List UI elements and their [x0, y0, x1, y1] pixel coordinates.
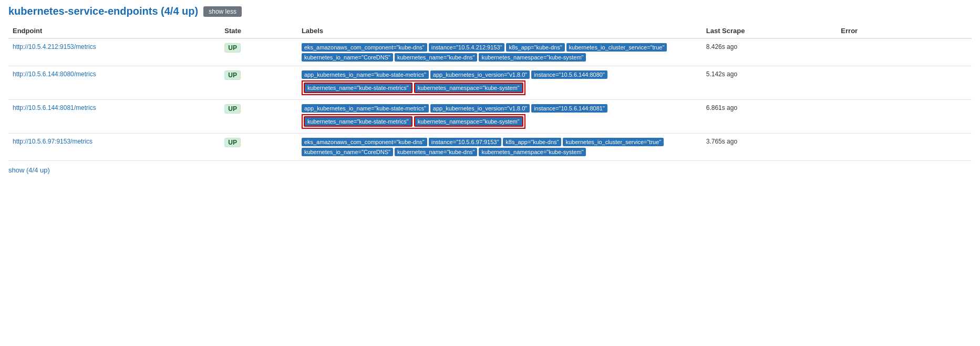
table-row: http://10.5.4.212:9153/metricsUPeks_amaz… [8, 38, 972, 66]
endpoint-link[interactable]: http://10.5.6.97:9153/metrics [13, 138, 92, 145]
endpoint-cell: http://10.5.6.144:8081/metrics [8, 100, 220, 134]
last-scrape-cell: 5.142s ago [702, 66, 837, 100]
col-last-scrape: Last Scrape [702, 24, 837, 38]
label-tag: eks_amazonaws_com_component="kube-dns" [302, 138, 427, 146]
label-tag-highlighted: kubernetes_namespace="kube-system" [414, 83, 523, 93]
error-cell [837, 66, 972, 100]
label-tag: app_kubernetes_io_version="v1.8.0" [430, 104, 530, 113]
labels-cell: eks_amazonaws_com_component="kube-dns"in… [297, 38, 702, 66]
state-badge: UP [224, 43, 241, 53]
table-row: http://10.5.6.144:8080/metricsUPapp_kube… [8, 66, 972, 100]
col-state: State [220, 24, 297, 38]
error-cell [837, 38, 972, 66]
label-tag-highlighted: kubernetes_name="kube-state-metrics" [304, 116, 412, 127]
page-header: kubernetes-service-endpoints (4/4 up) sh… [8, 5, 972, 17]
label-tag: app_kubernetes_io_name="kube-state-metri… [302, 70, 429, 79]
last-scrape-cell: 3.765s ago [702, 134, 837, 161]
highlighted-labels-box: kubernetes_name="kube-state-metrics"kube… [302, 80, 525, 95]
labels-cell: eks_amazonaws_com_component="kube-dns"in… [297, 134, 702, 161]
show-less-button[interactable]: show less [203, 6, 242, 17]
label-tag: kubernetes_name="kube-dns" [395, 148, 478, 156]
label-tag: k8s_app="kube-dns" [503, 138, 561, 146]
endpoint-link[interactable]: http://10.5.6.144:8080/metrics [13, 70, 96, 78]
label-tag: instance="10.5.4.212:9153" [429, 43, 505, 52]
endpoint-link[interactable]: http://10.5.6.144:8081/metrics [13, 104, 96, 111]
state-cell: UP [220, 66, 297, 100]
label-tag: instance="10.5.6.144:8080" [531, 70, 607, 79]
label-tag: instance="10.5.6.144:8081" [531, 104, 607, 113]
table-row: http://10.5.6.144:8081/metricsUPapp_kube… [8, 100, 972, 134]
label-tag: kubernetes_name="kube-dns" [395, 53, 478, 62]
label-tag-highlighted: kubernetes_namespace="kube-system" [414, 116, 523, 127]
labels-cell: app_kubernetes_io_name="kube-state-metri… [297, 100, 702, 134]
endpoint-cell: http://10.5.6.97:9153/metrics [8, 134, 220, 161]
label-tag: kubernetes_namespace="kube-system" [479, 148, 586, 156]
label-tag: app_kubernetes_io_name="kube-state-metri… [302, 104, 429, 113]
col-labels: Labels [297, 24, 702, 38]
endpoints-table: Endpoint State Labels Last Scrape Error … [8, 24, 972, 161]
label-tag: kubernetes_io_name="CoreDNS" [302, 148, 393, 156]
last-scrape-cell: 6.861s ago [702, 100, 837, 134]
bottom-hint: show (4/4 up) [8, 166, 972, 174]
label-tag: kubernetes_io_cluster_service="true" [566, 43, 667, 52]
label-tag-highlighted: kubernetes_name="kube-state-metrics" [304, 83, 412, 93]
label-tag: kubernetes_namespace="kube-system" [479, 53, 586, 62]
error-cell [837, 100, 972, 134]
state-badge: UP [224, 104, 241, 114]
label-tag: app_kubernetes_io_version="v1.8.0" [430, 70, 530, 79]
state-badge: UP [224, 70, 241, 80]
col-endpoint: Endpoint [8, 24, 220, 38]
label-tag: k8s_app="kube-dns" [506, 43, 564, 52]
endpoint-link[interactable]: http://10.5.4.212:9153/metrics [13, 43, 96, 50]
state-cell: UP [220, 134, 297, 161]
last-scrape-cell: 8.426s ago [702, 38, 837, 66]
page-title: kubernetes-service-endpoints (4/4 up) [8, 5, 198, 17]
col-error: Error [837, 24, 972, 38]
error-cell [837, 134, 972, 161]
endpoint-cell: http://10.5.4.212:9153/metrics [8, 38, 220, 66]
labels-cell: app_kubernetes_io_name="kube-state-metri… [297, 66, 702, 100]
table-header: Endpoint State Labels Last Scrape Error [8, 24, 972, 38]
highlighted-labels-box: kubernetes_name="kube-state-metrics"kube… [302, 114, 525, 129]
label-tag: eks_amazonaws_com_component="kube-dns" [302, 43, 427, 52]
state-badge: UP [224, 138, 241, 147]
table-row: http://10.5.6.97:9153/metricsUPeks_amazo… [8, 134, 972, 161]
label-tag: instance="10.5.6.97:9153" [429, 138, 502, 146]
endpoint-cell: http://10.5.6.144:8080/metrics [8, 66, 220, 100]
state-cell: UP [220, 100, 297, 134]
state-cell: UP [220, 38, 297, 66]
label-tag: kubernetes_io_cluster_service="true" [563, 138, 664, 146]
table-body: http://10.5.4.212:9153/metricsUPeks_amaz… [8, 38, 972, 161]
label-tag: kubernetes_io_name="CoreDNS" [302, 53, 393, 62]
